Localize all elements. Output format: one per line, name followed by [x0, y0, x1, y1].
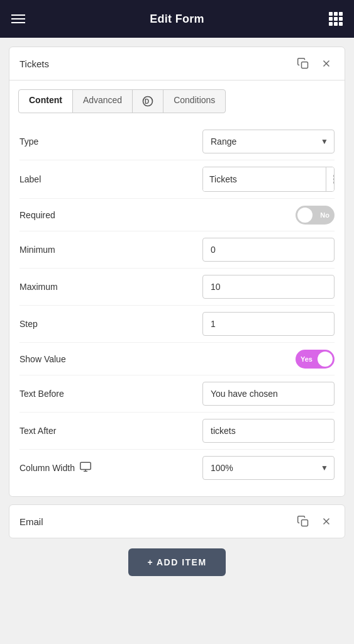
minimum-control — [202, 238, 335, 262]
step-input[interactable] — [202, 312, 335, 336]
minimum-row: Minimum — [19, 231, 335, 269]
column-width-select[interactable]: 25% 33% 50% 66% 75% 100% — [202, 456, 335, 480]
show-value-row: Show Value Yes — [19, 343, 335, 375]
email-close-icon — [321, 516, 332, 527]
column-width-text: Column Width — [19, 463, 75, 473]
label-control — [202, 167, 335, 192]
tickets-card-header: Tickets — [9, 47, 345, 80]
email-card-header: Email — [9, 505, 345, 538]
monitor-icon — [80, 462, 91, 474]
required-label: Required — [19, 210, 296, 220]
svg-rect-11 — [302, 520, 308, 526]
step-label: Step — [19, 319, 202, 329]
required-toggle-label: No — [320, 211, 329, 219]
add-item-button[interactable]: + ADD ITEM — [128, 548, 225, 576]
tab-content[interactable]: Content — [18, 89, 73, 113]
email-card: Email — [9, 504, 345, 538]
required-control: No — [296, 206, 335, 225]
close-icon — [321, 58, 332, 69]
type-select-wrapper: Range Number Text Select ▼ — [202, 130, 335, 153]
type-row: Type Range Number Text Select ▼ — [19, 123, 335, 160]
minimum-input[interactable] — [202, 238, 335, 262]
svg-rect-0 — [302, 62, 308, 69]
svg-rect-5 — [334, 175, 335, 177]
label-stack-button[interactable] — [326, 167, 335, 191]
header: Edit Form — [0, 0, 354, 38]
required-toggle-track: No — [296, 206, 335, 225]
email-card-actions — [294, 514, 335, 529]
svg-rect-6 — [334, 179, 335, 180]
required-toggle[interactable]: No — [296, 206, 335, 225]
show-value-label: Show Value — [19, 354, 296, 364]
column-width-control: 25% 33% 50% 66% 75% 100% ▼ — [202, 456, 335, 480]
minimum-label: Minimum — [19, 245, 202, 255]
label-input[interactable] — [203, 167, 326, 191]
main-content: Tickets Content Advanced — [0, 38, 354, 644]
show-value-toggle-track: Yes — [296, 350, 335, 369]
type-select[interactable]: Range Number Text Select — [202, 130, 335, 153]
page-title: Edit Form — [150, 13, 204, 26]
svg-text:D: D — [145, 98, 149, 105]
tickets-copy-button[interactable] — [294, 56, 312, 71]
apps-grid-icon[interactable] — [329, 12, 343, 26]
label-input-wrapper — [202, 167, 335, 192]
text-after-row: Text After — [19, 413, 335, 450]
tab-dynamic[interactable]: D — [132, 89, 163, 113]
email-copy-button[interactable] — [294, 514, 312, 529]
required-row: Required No — [19, 199, 335, 231]
svg-rect-7 — [334, 182, 335, 184]
text-after-control — [202, 419, 335, 443]
svg-rect-8 — [80, 462, 91, 469]
tabs-row: Content Advanced D Conditions — [9, 80, 345, 113]
column-width-select-wrapper: 25% 33% 50% 66% 75% 100% ▼ — [202, 456, 335, 480]
type-label: Type — [19, 136, 202, 147]
step-control — [202, 312, 335, 336]
required-toggle-thumb — [297, 208, 313, 223]
tickets-card-actions — [294, 56, 335, 71]
maximum-label: Maximum — [19, 282, 202, 292]
monitor-svg — [80, 462, 91, 472]
text-before-row: Text Before — [19, 375, 335, 413]
hamburger-menu-icon[interactable] — [11, 14, 25, 23]
text-after-input[interactable] — [202, 419, 335, 443]
column-width-label: Column Width — [19, 462, 202, 474]
tickets-card: Tickets Content Advanced — [9, 47, 345, 497]
email-close-button[interactable] — [318, 514, 335, 528]
show-value-toggle-thumb — [318, 352, 333, 367]
email-copy-icon — [297, 515, 309, 528]
tickets-close-button[interactable] — [318, 57, 335, 70]
maximum-control — [202, 275, 335, 299]
type-control: Range Number Text Select ▼ — [202, 130, 335, 153]
form-body: Type Range Number Text Select ▼ Labe — [9, 113, 345, 496]
text-before-control — [202, 382, 335, 406]
dynamic-icon: D — [141, 95, 154, 108]
step-row: Step — [19, 306, 335, 343]
show-value-toggle[interactable]: Yes — [296, 350, 335, 369]
email-card-title: Email — [19, 516, 294, 527]
label-field-label: Label — [19, 174, 202, 184]
column-width-row: Column Width 25% 33% 50 — [19, 450, 335, 486]
show-value-toggle-label: Yes — [301, 355, 313, 363]
text-after-label: Text After — [19, 426, 202, 436]
stack-icon — [333, 174, 335, 185]
copy-icon — [297, 57, 309, 70]
label-row: Label — [19, 160, 335, 199]
tickets-card-title: Tickets — [19, 58, 294, 69]
show-value-control: Yes — [296, 350, 335, 369]
tab-conditions[interactable]: Conditions — [163, 89, 226, 113]
maximum-row: Maximum — [19, 269, 335, 306]
tab-advanced[interactable]: Advanced — [72, 89, 133, 113]
text-before-input[interactable] — [202, 382, 335, 406]
text-before-label: Text Before — [19, 389, 202, 399]
maximum-input[interactable] — [202, 275, 335, 299]
